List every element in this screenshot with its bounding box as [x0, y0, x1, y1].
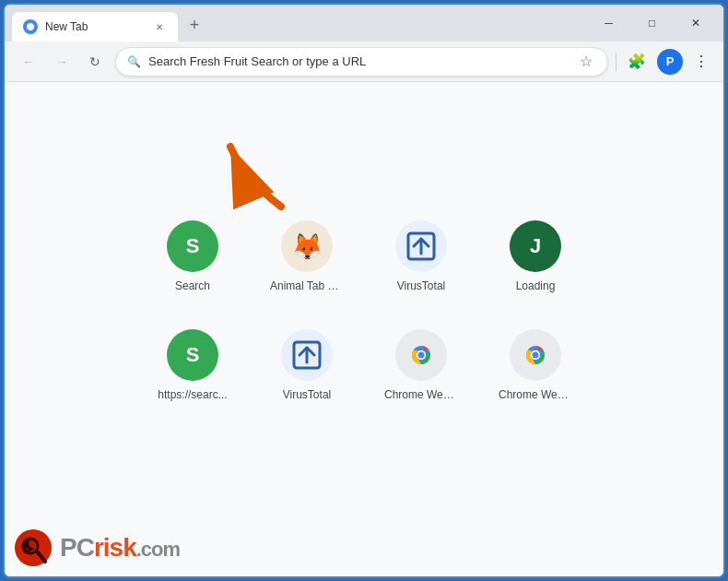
shortcut-chrome-web2[interactable]: Chrome Web _ — [489, 322, 581, 409]
shortcut-search-label: Search — [175, 279, 210, 292]
shortcut-search[interactable]: S Search — [147, 213, 239, 300]
maximize-button[interactable]: □ — [631, 8, 673, 38]
shortcuts-grid: S Search 🦊 Animal Tab N... VirusTotal — [147, 213, 581, 409]
shortcut-loading-icon: J — [510, 220, 561, 272]
tab-area: New Tab ✕ + — [12, 5, 577, 42]
active-tab[interactable]: New Tab ✕ — [12, 12, 178, 42]
shortcut-animal-label: Animal Tab N... — [270, 279, 344, 292]
main-content: S Search 🦊 Animal Tab N... VirusTotal — [5, 82, 723, 576]
new-tab-button[interactable]: + — [182, 12, 207, 38]
close-button[interactable]: ✕ — [675, 8, 716, 38]
forward-button[interactable]: → — [49, 49, 75, 75]
shortcut-animal-tab[interactable]: 🦊 Animal Tab N... — [261, 213, 353, 300]
shortcut-search-icon: S — [167, 220, 218, 272]
minimize-button[interactable]: ─ — [588, 8, 629, 38]
browser-window: New Tab ✕ + ─ □ ✕ ← → ↻ 🔍 Search Fresh F… — [3, 3, 725, 578]
profile-icon[interactable]: P — [657, 49, 683, 75]
shortcut-chrome2-icon — [510, 329, 561, 381]
shortcut-chrome1-label: Chrome Web... — [384, 388, 458, 401]
svg-point-8 — [418, 352, 425, 359]
shortcut-chrome1-icon — [395, 329, 447, 381]
toolbar-divider — [616, 53, 616, 71]
pcrisk-logo-icon — [14, 528, 53, 567]
title-bar: New Tab ✕ + ─ □ ✕ — [5, 5, 723, 42]
shortcut-https-icon: S — [167, 329, 218, 381]
address-bar[interactable]: 🔍 Search Fresh Fruit Search or type a UR… — [115, 47, 608, 77]
shortcut-virustotal2-label: VirusTotal — [283, 388, 331, 401]
svg-point-12 — [533, 352, 539, 359]
shortcut-chrome2-label: Chrome Web _ — [499, 388, 572, 401]
shortcut-loading[interactable]: J Loading — [489, 213, 581, 300]
back-button[interactable]: ← — [16, 49, 41, 75]
arrow-annotation — [217, 133, 290, 207]
shortcut-https-label: https://searc... — [158, 388, 227, 401]
shortcut-virustotal1-icon — [395, 220, 447, 272]
watermark: PCrisk.com — [14, 528, 180, 567]
tab-close-button[interactable]: ✕ — [152, 19, 167, 34]
window-controls: ─ □ ✕ — [588, 8, 716, 38]
security-icon: 🔍 — [127, 55, 141, 68]
shortcut-chrome-web1[interactable]: Chrome Web... — [375, 322, 467, 409]
shortcut-virustotal2[interactable]: VirusTotal — [261, 322, 353, 409]
shortcut-virustotal1-label: VirusTotal — [397, 279, 445, 292]
tab-title: New Tab — [45, 20, 145, 33]
shortcut-virustotal1[interactable]: VirusTotal — [375, 213, 467, 300]
navigation-bar: ← → ↻ 🔍 Search Fresh Fruit Search or typ… — [5, 42, 723, 82]
shortcut-animal-icon: 🦊 — [281, 220, 333, 272]
shortcut-loading-label: Loading — [516, 279, 556, 292]
bookmark-icon[interactable]: ☆ — [576, 49, 596, 74]
pcrisk-text: PCrisk.com — [60, 533, 180, 563]
menu-icon[interactable]: ⋮ — [690, 49, 712, 74]
extensions-icon[interactable]: 🧩 — [624, 49, 650, 74]
tab-favicon — [23, 19, 38, 34]
reload-button[interactable]: ↻ — [82, 49, 108, 75]
shortcut-https-search[interactable]: S https://searc... — [147, 322, 239, 409]
shortcut-virustotal2-icon — [281, 329, 333, 381]
address-text: Search Fresh Fruit Search or type a URL — [148, 54, 569, 68]
